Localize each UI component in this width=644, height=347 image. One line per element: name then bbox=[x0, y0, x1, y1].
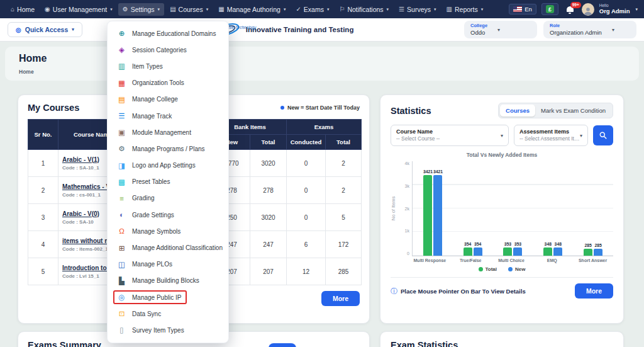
bar-value-label: 353 bbox=[503, 242, 512, 246]
menu-item-manage-educational-domains[interactable]: ⊕Manage Educational Domains bbox=[108, 25, 228, 42]
language-selector[interactable]: En bbox=[509, 4, 536, 14]
menu-item-preset-tables[interactable]: ▩Preset Tables bbox=[108, 174, 228, 190]
my-courses-more-button[interactable]: More bbox=[321, 291, 360, 306]
course-name-select[interactable]: Course Name -- Select Course -- ▾ bbox=[391, 125, 509, 146]
courses-icon: ▤ bbox=[170, 6, 175, 13]
college-select[interactable]: College Oddo ▾ bbox=[464, 21, 537, 38]
tab-mark-vs-exam-condition[interactable]: Mark vs Exam Condition bbox=[535, 105, 611, 117]
top-navbar: ⌂Home◉User Management▾⚙Settings▾▤Courses… bbox=[0, 0, 644, 18]
menu-item-data-sync[interactable]: ⊡Data Sync bbox=[108, 305, 228, 322]
menu-item-grade-settings[interactable]: ◐Grade Settings bbox=[108, 207, 228, 223]
menu-item-manage-college[interactable]: ▤Manage College bbox=[108, 91, 228, 108]
bar-value-label: 348 bbox=[553, 242, 562, 246]
avatar[interactable] bbox=[582, 3, 594, 16]
chevron-down-icon: ▾ bbox=[206, 7, 209, 12]
bar-new[interactable] bbox=[553, 247, 562, 256]
menu-item-manage-public-ip[interactable]: ◎Manage Public IP bbox=[108, 289, 228, 305]
module-management-icon: ▣ bbox=[117, 128, 126, 137]
nav-item-reports[interactable]: ▥Reports▾ bbox=[442, 3, 488, 16]
blue-dot-icon bbox=[280, 106, 284, 110]
nav-item-manage-authoring[interactable]: ▦Manage Authoring▾ bbox=[214, 3, 290, 16]
bar-chart: No of Items 4k3k2k1k0 342134213543543533… bbox=[391, 161, 613, 256]
chart-bar-group[interactable]: 354354 bbox=[453, 161, 493, 256]
menu-item-module-management[interactable]: ▣Module Management bbox=[108, 124, 228, 140]
menu-item-label: Manage Additional Classification bbox=[132, 244, 223, 251]
col-header-total-2: Total bbox=[326, 135, 362, 150]
nav-item-notifications[interactable]: ⚐Notifications▾ bbox=[335, 3, 393, 16]
nav-item-courses[interactable]: ▤Courses▾ bbox=[165, 3, 213, 16]
preset-tables-icon: ▩ bbox=[117, 178, 126, 186]
manage-college-icon: ▤ bbox=[117, 95, 126, 104]
bar-total[interactable] bbox=[543, 247, 552, 256]
nav-item-settings[interactable]: ⚙Settings▾ bbox=[118, 3, 164, 16]
menu-item-label: Logo and App Settings bbox=[132, 162, 196, 169]
menu-item-session-categories[interactable]: ◈Session Categories bbox=[108, 42, 228, 58]
search-button[interactable] bbox=[593, 125, 613, 145]
col-header-total: Total bbox=[250, 135, 287, 150]
chart-bar-group[interactable]: 285285 bbox=[573, 161, 613, 256]
cell-exams-conducted: 0 bbox=[287, 204, 326, 231]
quick-access-button[interactable]: ◎ Quick Access ▾ bbox=[8, 22, 82, 37]
assessment-items-select[interactable]: Assessment Items -- Select Assessment It… bbox=[514, 125, 588, 146]
bar-total[interactable] bbox=[423, 175, 432, 256]
nav-item-user-management[interactable]: ◉User Management▾ bbox=[40, 3, 117, 16]
tab-courses[interactable]: Courses bbox=[500, 105, 535, 117]
menu-item-grading[interactable]: ≡Grading bbox=[108, 190, 228, 207]
menu-item-logo-and-app-settings[interactable]: ◨Logo and App Settings bbox=[108, 157, 228, 174]
nav-item-surveys[interactable]: ☰Surveys▾ bbox=[394, 3, 440, 16]
user-menu[interactable]: Hello Org Admin bbox=[599, 3, 630, 14]
menu-item-survey-item-types[interactable]: ▯Survey Item Types bbox=[108, 322, 228, 338]
exam-statistics-card: Exam Statistics bbox=[380, 331, 624, 347]
y-axis-label: No of Items bbox=[391, 161, 398, 256]
bar-new[interactable] bbox=[474, 247, 482, 256]
bar-total[interactable] bbox=[584, 249, 592, 256]
exams-icon: ✓ bbox=[296, 6, 301, 13]
bar-new[interactable] bbox=[433, 175, 442, 256]
menu-item-manage-building-blocks[interactable]: ▙Manage Building Blocks bbox=[108, 273, 228, 289]
logo-and-app-settings-icon: ◨ bbox=[117, 161, 126, 170]
home-icon: ⌂ bbox=[11, 6, 14, 13]
chart-hint-text: Place Mouse Pointer On Bar To View Detai… bbox=[401, 288, 526, 295]
col-header-conducted: Conducted bbox=[287, 135, 326, 150]
notifications-bell[interactable]: 99+ bbox=[567, 6, 574, 12]
user-menu-chevron-down-icon[interactable]: ▾ bbox=[635, 7, 638, 12]
y-tick-label: 4k bbox=[405, 161, 409, 166]
cell-exams-total: 2 bbox=[326, 150, 362, 177]
manage-authoring-icon: ▦ bbox=[218, 6, 224, 13]
menu-item-item-types[interactable]: ▥Item Types bbox=[108, 58, 228, 74]
menu-item-manage-track[interactable]: ☰Manage Track bbox=[108, 108, 228, 124]
legend-item-total[interactable]: Total bbox=[479, 266, 497, 272]
bar-new[interactable] bbox=[594, 249, 602, 256]
currency-selector[interactable]: £ bbox=[541, 3, 558, 15]
cell-sr-no: 2 bbox=[28, 177, 58, 204]
menu-item-manage-additional-classification[interactable]: ⊞Manage Additional Classification bbox=[108, 239, 228, 256]
nav-item-home[interactable]: ⌂Home bbox=[6, 3, 39, 16]
y-tick-label: 3k bbox=[405, 184, 409, 188]
bar-new[interactable] bbox=[513, 247, 522, 256]
course-filter-label: Course Name bbox=[396, 128, 440, 135]
exams-summary-pill[interactable] bbox=[269, 343, 296, 347]
statistics-more-button[interactable]: More bbox=[575, 283, 613, 299]
chart-bar-group[interactable]: 348348 bbox=[533, 161, 573, 256]
legend-item-new[interactable]: New bbox=[508, 266, 525, 272]
bar-total[interactable] bbox=[503, 247, 512, 256]
chart-bar-group[interactable]: 353353 bbox=[493, 161, 533, 256]
user-management-icon: ◉ bbox=[45, 6, 50, 13]
brand: Innovative Technology Innovative Trainin… bbox=[213, 21, 354, 38]
menu-item-manage-programs-plans[interactable]: ⚙Manage Programs / Plans bbox=[108, 140, 228, 157]
nav-item-label: Home bbox=[17, 6, 35, 13]
nav-item-exams[interactable]: ✓Exams▾ bbox=[291, 3, 333, 16]
cell-bank-total: 278 bbox=[250, 177, 287, 204]
menu-item-manage-symbols[interactable]: ΩManage Symbols bbox=[108, 223, 228, 239]
menu-item-label: Manage PLOs bbox=[132, 261, 172, 268]
cell-exams-total: 2 bbox=[326, 177, 362, 204]
menu-item-label: Manage Educational Domains bbox=[132, 30, 216, 37]
chart-bar-group[interactable]: 34213421 bbox=[413, 161, 453, 256]
category-label: Short Answer bbox=[572, 258, 613, 263]
bar-total[interactable] bbox=[464, 247, 472, 256]
role-select[interactable]: Role Organization Admin ▾ bbox=[543, 21, 636, 38]
menu-item-organization-tools[interactable]: ▦Organization Tools bbox=[108, 75, 228, 91]
cell-exams-total: 285 bbox=[326, 258, 362, 285]
menu-item-manage-plos[interactable]: ◫Manage PLOs bbox=[108, 256, 228, 273]
secondary-toolbar: ◎ Quick Access ▾ Innovative Technology I… bbox=[0, 18, 644, 42]
